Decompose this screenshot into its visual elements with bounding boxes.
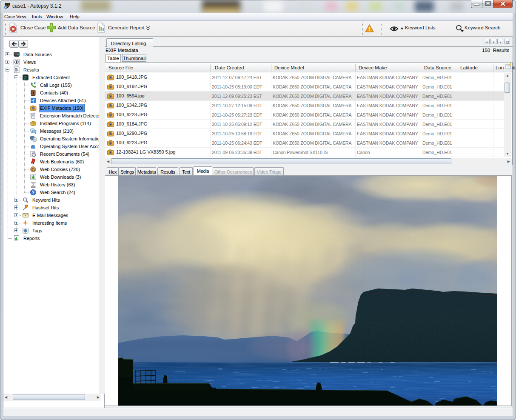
svg-text:?: ? [32, 190, 34, 195]
